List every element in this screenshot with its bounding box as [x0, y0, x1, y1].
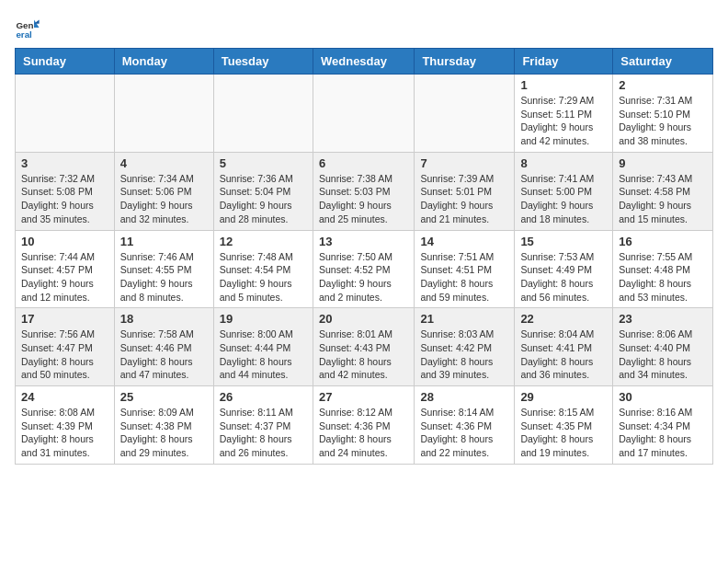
day-number: 6	[319, 156, 408, 170]
day-number: 7	[420, 156, 508, 170]
calendar-cell: 16Sunrise: 7:55 AM Sunset: 4:48 PM Dayli…	[613, 230, 713, 308]
calendar-header-thursday: Thursday	[415, 49, 515, 75]
day-number: 22	[520, 312, 607, 326]
day-number: 4	[120, 156, 208, 170]
day-number: 17	[21, 312, 108, 326]
calendar-cell	[213, 75, 313, 153]
calendar-cell: 12Sunrise: 7:48 AM Sunset: 4:54 PM Dayli…	[213, 230, 313, 308]
calendar-cell: 11Sunrise: 7:46 AM Sunset: 4:55 PM Dayli…	[114, 230, 213, 308]
day-info: Sunrise: 7:34 AM Sunset: 5:06 PM Dayligh…	[120, 172, 208, 226]
calendar-cell: 21Sunrise: 8:03 AM Sunset: 4:42 PM Dayli…	[415, 308, 515, 386]
day-info: Sunrise: 7:31 AM Sunset: 5:10 PM Dayligh…	[619, 94, 707, 148]
calendar-cell: 19Sunrise: 8:00 AM Sunset: 4:44 PM Dayli…	[213, 308, 313, 386]
day-info: Sunrise: 8:01 AM Sunset: 4:43 PM Dayligh…	[319, 327, 408, 382]
day-info: Sunrise: 7:38 AM Sunset: 5:03 PM Dayligh…	[319, 172, 408, 226]
day-info: Sunrise: 7:36 AM Sunset: 5:04 PM Dayligh…	[220, 172, 307, 226]
calendar-header-friday: Friday	[515, 49, 613, 75]
day-number: 21	[420, 312, 508, 326]
day-number: 23	[619, 312, 707, 326]
day-info: Sunrise: 8:08 AM Sunset: 4:39 PM Dayligh…	[21, 406, 108, 460]
calendar-header-tuesday: Tuesday	[213, 49, 313, 75]
calendar-cell: 1Sunrise: 7:29 AM Sunset: 5:11 PM Daylig…	[515, 75, 613, 153]
calendar-cell: 6Sunrise: 7:38 AM Sunset: 5:03 PM Daylig…	[313, 152, 414, 230]
calendar-header-sunday: Sunday	[16, 49, 115, 75]
week-row-5: 24Sunrise: 8:08 AM Sunset: 4:39 PM Dayli…	[16, 386, 713, 465]
week-row-3: 10Sunrise: 7:44 AM Sunset: 4:57 PM Dayli…	[16, 230, 713, 308]
day-info: Sunrise: 8:11 AM Sunset: 4:37 PM Dayligh…	[220, 406, 307, 460]
day-info: Sunrise: 7:41 AM Sunset: 5:00 PM Dayligh…	[520, 172, 607, 226]
calendar-cell: 29Sunrise: 8:15 AM Sunset: 4:35 PM Dayli…	[515, 386, 613, 465]
day-info: Sunrise: 8:14 AM Sunset: 4:36 PM Dayligh…	[420, 406, 508, 460]
calendar-cell	[313, 75, 414, 153]
day-number: 20	[319, 312, 408, 326]
calendar-cell: 20Sunrise: 8:01 AM Sunset: 4:43 PM Dayli…	[313, 308, 414, 386]
calendar-cell: 17Sunrise: 7:56 AM Sunset: 4:47 PM Dayli…	[16, 308, 115, 386]
logo: Gen eral	[15, 15, 44, 40]
day-number: 28	[420, 390, 508, 404]
day-info: Sunrise: 7:44 AM Sunset: 4:57 PM Dayligh…	[21, 250, 108, 304]
day-number: 2	[619, 78, 707, 92]
day-number: 16	[619, 235, 707, 248]
week-row-1: 1Sunrise: 7:29 AM Sunset: 5:11 PM Daylig…	[16, 75, 713, 153]
calendar-cell	[114, 75, 213, 153]
calendar-header-row: SundayMondayTuesdayWednesdayThursdayFrid…	[16, 49, 713, 75]
logo-icon: Gen eral	[15, 15, 40, 40]
week-row-2: 3Sunrise: 7:32 AM Sunset: 5:08 PM Daylig…	[16, 152, 713, 230]
day-info: Sunrise: 7:56 AM Sunset: 4:47 PM Dayligh…	[21, 327, 108, 382]
calendar-cell: 15Sunrise: 7:53 AM Sunset: 4:49 PM Dayli…	[515, 230, 613, 308]
day-info: Sunrise: 7:58 AM Sunset: 4:46 PM Dayligh…	[120, 327, 208, 382]
day-number: 5	[220, 156, 307, 170]
day-number: 1	[520, 78, 607, 92]
day-info: Sunrise: 8:04 AM Sunset: 4:41 PM Dayligh…	[520, 327, 607, 382]
day-number: 30	[619, 390, 707, 404]
calendar-cell: 8Sunrise: 7:41 AM Sunset: 5:00 PM Daylig…	[515, 152, 613, 230]
day-info: Sunrise: 8:00 AM Sunset: 4:44 PM Dayligh…	[220, 327, 307, 382]
day-info: Sunrise: 8:15 AM Sunset: 4:35 PM Dayligh…	[520, 406, 607, 460]
calendar-cell: 13Sunrise: 7:50 AM Sunset: 4:52 PM Dayli…	[313, 230, 414, 308]
calendar-cell: 26Sunrise: 8:11 AM Sunset: 4:37 PM Dayli…	[213, 386, 313, 465]
day-info: Sunrise: 8:09 AM Sunset: 4:38 PM Dayligh…	[120, 406, 208, 460]
calendar-header-wednesday: Wednesday	[313, 49, 414, 75]
day-number: 8	[520, 156, 607, 170]
day-info: Sunrise: 7:55 AM Sunset: 4:48 PM Dayligh…	[619, 250, 707, 304]
day-info: Sunrise: 8:06 AM Sunset: 4:40 PM Dayligh…	[619, 327, 707, 382]
day-number: 27	[319, 390, 408, 404]
day-info: Sunrise: 7:46 AM Sunset: 4:55 PM Dayligh…	[120, 250, 208, 304]
svg-text:eral: eral	[16, 29, 32, 40]
week-row-4: 17Sunrise: 7:56 AM Sunset: 4:47 PM Dayli…	[16, 308, 713, 386]
calendar-cell: 5Sunrise: 7:36 AM Sunset: 5:04 PM Daylig…	[213, 152, 313, 230]
calendar-cell: 24Sunrise: 8:08 AM Sunset: 4:39 PM Dayli…	[16, 386, 115, 465]
day-number: 18	[120, 312, 208, 326]
day-number: 14	[420, 235, 508, 248]
day-number: 13	[319, 235, 408, 248]
calendar-cell: 22Sunrise: 8:04 AM Sunset: 4:41 PM Dayli…	[515, 308, 613, 386]
calendar-cell: 4Sunrise: 7:34 AM Sunset: 5:06 PM Daylig…	[114, 152, 213, 230]
day-number: 11	[120, 235, 208, 248]
day-number: 9	[619, 156, 707, 170]
day-info: Sunrise: 7:43 AM Sunset: 4:58 PM Dayligh…	[619, 172, 707, 226]
calendar-cell: 7Sunrise: 7:39 AM Sunset: 5:01 PM Daylig…	[415, 152, 515, 230]
day-number: 19	[220, 312, 307, 326]
day-info: Sunrise: 8:12 AM Sunset: 4:36 PM Dayligh…	[319, 406, 408, 460]
calendar-cell: 18Sunrise: 7:58 AM Sunset: 4:46 PM Dayli…	[114, 308, 213, 386]
day-number: 26	[220, 390, 307, 404]
calendar-cell: 3Sunrise: 7:32 AM Sunset: 5:08 PM Daylig…	[16, 152, 115, 230]
day-number: 12	[220, 235, 307, 248]
calendar-header-monday: Monday	[114, 49, 213, 75]
calendar-cell	[415, 75, 515, 153]
calendar-cell: 10Sunrise: 7:44 AM Sunset: 4:57 PM Dayli…	[16, 230, 115, 308]
day-info: Sunrise: 7:32 AM Sunset: 5:08 PM Dayligh…	[21, 172, 108, 226]
day-info: Sunrise: 7:51 AM Sunset: 4:51 PM Dayligh…	[420, 250, 508, 304]
day-info: Sunrise: 7:50 AM Sunset: 4:52 PM Dayligh…	[319, 250, 408, 304]
calendar-cell: 2Sunrise: 7:31 AM Sunset: 5:10 PM Daylig…	[613, 75, 713, 153]
day-number: 25	[120, 390, 208, 404]
calendar-cell: 9Sunrise: 7:43 AM Sunset: 4:58 PM Daylig…	[613, 152, 713, 230]
day-info: Sunrise: 7:39 AM Sunset: 5:01 PM Dayligh…	[420, 172, 508, 226]
day-number: 10	[21, 235, 108, 248]
day-info: Sunrise: 7:29 AM Sunset: 5:11 PM Dayligh…	[520, 94, 607, 148]
day-number: 29	[520, 390, 607, 404]
day-info: Sunrise: 7:53 AM Sunset: 4:49 PM Dayligh…	[520, 250, 607, 304]
day-number: 3	[21, 156, 108, 170]
calendar-cell	[16, 75, 115, 153]
calendar-header-saturday: Saturday	[613, 49, 713, 75]
